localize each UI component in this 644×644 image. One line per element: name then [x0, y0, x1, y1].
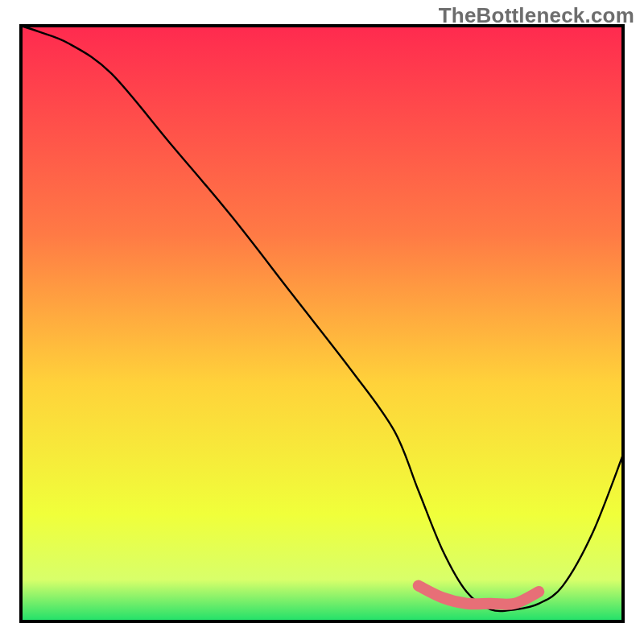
watermark-text: TheBottleneck.com	[439, 3, 634, 28]
plot-background	[21, 26, 623, 621]
chart-container: TheBottleneck.com	[0, 0, 644, 644]
chart-svg	[0, 0, 644, 644]
